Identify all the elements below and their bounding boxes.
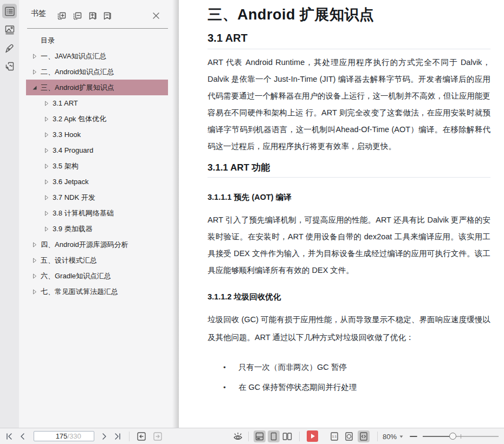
chevron-right-icon[interactable] (43, 179, 50, 185)
bookmark-item[interactable]: 四、Android开源库源码分析 (26, 237, 168, 252)
bookmarks-panel-button[interactable] (2, 4, 17, 18)
bookmark-item[interactable]: 3.2 Apk 包体优化 (26, 111, 168, 127)
export-signature-button[interactable] (2, 59, 17, 74)
remove-bookmark-icon[interactable] (102, 11, 112, 21)
facing-pages-button[interactable] (281, 430, 293, 442)
next-page-button[interactable] (98, 430, 110, 442)
bookmark-item[interactable]: 3.5 架构 (26, 158, 168, 174)
chevron-right-icon[interactable] (43, 195, 50, 200)
first-page-button[interactable] (3, 430, 15, 442)
page-thumbnails-button[interactable] (2, 22, 17, 37)
chevron-down-icon (399, 435, 403, 438)
bullet-list: • 只有一次（而非两次）GC 暂停 • 在 GC 保持暂停状态期间并行处理 (208, 357, 490, 397)
bookmark-item[interactable]: 七、常见面试算法题汇总 (26, 284, 168, 299)
zoom-slider-fill (423, 436, 453, 437)
subsubsection-heading: 3.1.1.2 垃圾回收优化 (208, 292, 490, 302)
bookmark-tree: 目录 一、JAVA知识点汇总 二、Android知识点汇总 三、Android扩… (19, 32, 179, 299)
image-icon (4, 24, 16, 36)
pen-icon (4, 42, 16, 54)
document-page: 三、Android 扩展知识点 3.1 ART ART 代表 Android R… (179, 0, 504, 428)
fit-width-button[interactable] (358, 430, 370, 442)
list-item: • 在 GC 保持暂停状态期间并行处理 (208, 377, 490, 397)
export-page-icon (4, 61, 16, 73)
previous-view-button[interactable] (135, 430, 147, 442)
chevron-right-icon[interactable] (31, 54, 38, 59)
sidebar-header: 书签 (19, 0, 179, 28)
section-heading: 3.1 ART (208, 31, 490, 45)
bookmark-item[interactable]: 六、Gradle知识点汇总 (26, 268, 168, 284)
continuous-scroll-button[interactable] (254, 430, 266, 442)
zoom-out-button[interactable] (408, 430, 419, 442)
zoom-slider-tick (461, 434, 461, 439)
close-sidebar-icon[interactable] (152, 11, 160, 20)
zoom-slider-track[interactable] (423, 436, 499, 437)
bookmark-item[interactable]: 3.6 Jetpack (26, 174, 168, 190)
zoom-slider-handle[interactable] (449, 433, 456, 440)
chevron-right-icon[interactable] (31, 289, 38, 295)
bookmark-item[interactable]: 3.3 Hook (26, 127, 168, 142)
list-item: • 只有一次（而非两次）GC 暂停 (208, 357, 490, 377)
sidebar-title: 书签 (31, 9, 46, 18)
read-mode-eye-button[interactable] (232, 430, 244, 442)
bookmark-item-root[interactable]: 目录 (26, 32, 168, 48)
chevron-right-icon[interactable] (43, 101, 50, 106)
bookmark-item[interactable]: 3.1 ART (26, 95, 168, 111)
bookmark-item[interactable]: 3.9 类加载器 (26, 221, 168, 237)
annotations-button[interactable] (2, 41, 17, 55)
bookmark-item[interactable]: 3.8 计算机网络基础 (26, 205, 168, 221)
bookmark-item[interactable]: 一、JAVA知识点汇总 (26, 48, 168, 64)
document-paragraph: ART 引入了预先编译机制，可提高应用的性能。ART 还具有比 Dalvik 更… (208, 212, 490, 279)
fit-page-button[interactable] (343, 430, 355, 442)
status-toolbar: /330 (0, 428, 504, 444)
next-view-button[interactable] (152, 430, 164, 442)
toolbar-separator (377, 432, 378, 441)
bookmark-item[interactable]: 3.4 Proguard (26, 142, 168, 158)
document-paragraph: 垃圾回收 (GC) 可能有损于应用性能，从而导致显示不稳定、界面响应速度缓慢以及… (208, 311, 490, 347)
bullet-icon: • (223, 377, 238, 397)
bookmark-item[interactable]: 二、Android知识点汇总 (26, 64, 168, 80)
single-page-button[interactable] (268, 430, 280, 442)
toolbar-separator (248, 432, 249, 441)
chevron-right-icon[interactable] (43, 164, 50, 169)
chevron-right-icon[interactable] (43, 116, 50, 122)
sidebar-header-divider (27, 28, 168, 29)
page-total-label: /330 (67, 432, 81, 440)
svg-text:1:1: 1:1 (332, 435, 337, 438)
bookmarks-sidebar: 书签 (19, 0, 179, 428)
chevron-expanded-icon[interactable] (31, 85, 38, 90)
chevron-right-icon[interactable] (31, 242, 38, 247)
chevron-right-icon[interactable] (43, 148, 50, 153)
heading-divider (208, 177, 490, 178)
chevron-right-icon[interactable] (43, 211, 50, 216)
toolbar-separator (129, 432, 130, 441)
chevron-right-icon[interactable] (31, 258, 38, 263)
bookmark-item-selected[interactable]: 三、Android扩展知识点 (26, 80, 168, 95)
subsubsection-heading: 3.1.1.1 预先 (AOT) 编译 (208, 192, 490, 203)
subsection-heading: 3.1.1 ART 功能 (208, 162, 490, 174)
chevron-right-icon[interactable] (31, 273, 38, 279)
zoom-level-dropdown[interactable]: 80% (383, 431, 403, 442)
expand-all-icon[interactable] (56, 11, 67, 21)
collapse-all-icon[interactable] (72, 11, 82, 21)
heading-divider (208, 49, 490, 49)
bookmark-item[interactable]: 3.7 NDK 开发 (26, 190, 168, 205)
actual-size-button[interactable]: 1:1 (328, 430, 340, 442)
last-page-button[interactable] (112, 430, 124, 442)
document-title: 三、Android 扩展知识点 (208, 5, 490, 24)
add-bookmark-icon[interactable] (87, 11, 98, 21)
bookmark-item[interactable]: 五、设计模式汇总 (26, 252, 168, 268)
toolbar-separator (299, 432, 300, 441)
previous-page-button[interactable] (17, 430, 29, 442)
play-icon (307, 430, 318, 442)
navigation-rail (0, 0, 19, 428)
page-number-input[interactable] (47, 432, 67, 440)
chevron-right-icon[interactable] (43, 132, 50, 138)
chevron-right-icon[interactable] (43, 226, 50, 232)
presentation-play-button[interactable] (307, 430, 318, 442)
document-paragraph: ART 代表 Android Runtime，其处理应用程序执行的方式完全不同于… (208, 54, 490, 155)
chevron-right-icon[interactable] (31, 69, 38, 75)
bookmarks-list-icon (4, 5, 16, 17)
page-number-box: /330 (34, 431, 94, 441)
bullet-icon: • (223, 357, 238, 377)
zoom-level-value: 80% (383, 433, 397, 441)
